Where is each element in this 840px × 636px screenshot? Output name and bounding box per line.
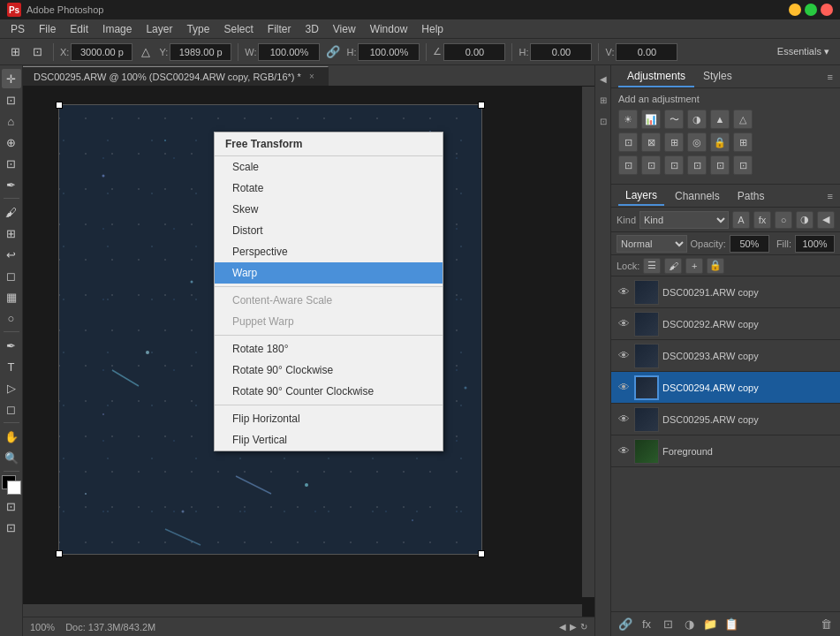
adj-channelmixer-button[interactable]: ◎ <box>687 132 707 152</box>
clone-stamp-tool[interactable]: ⊞ <box>2 223 21 243</box>
context-menu-scale[interactable]: Scale <box>215 156 443 178</box>
dodge-tool[interactable]: ○ <box>2 308 21 328</box>
brush-tool[interactable]: 🖌 <box>2 202 21 222</box>
context-menu-warp[interactable]: Warp <box>215 262 443 284</box>
context-menu-rotate-90-cw[interactable]: Rotate 90° Clockwise <box>215 360 443 381</box>
zoom-tool[interactable]: 🔍 <box>2 448 21 467</box>
nav-prev-button[interactable]: ◀ <box>559 622 566 632</box>
context-menu-flip-vertical[interactable]: Flip Vertical <box>215 429 443 450</box>
context-menu-distort[interactable]: Distort <box>215 220 443 241</box>
layer-item-4[interactable]: 👁 DSC00295.ARW copy <box>611 404 840 435</box>
quick-select-tool[interactable]: ⊕ <box>2 132 21 152</box>
tab-close-button[interactable]: × <box>306 72 317 82</box>
maximize-button[interactable] <box>805 4 817 16</box>
lock-position-button[interactable]: + <box>685 258 703 274</box>
kind-select[interactable]: Kind <box>639 211 729 229</box>
menu-image[interactable]: Image <box>95 21 139 37</box>
nav-next-button[interactable]: ▶ <box>570 622 577 632</box>
selection-tool[interactable]: ⊡ <box>2 90 21 110</box>
adj-selective-color-button[interactable]: ⊡ <box>687 155 707 175</box>
context-menu-rotate-90-ccw[interactable]: Rotate 90° Counter Clockwise <box>215 381 443 402</box>
screen-mode-button[interactable]: ⊡ <box>2 518 21 537</box>
filter-name-button[interactable]: A <box>732 211 750 229</box>
panel-toggle-3[interactable]: ⊡ <box>596 111 610 131</box>
tab-adjustments[interactable]: Adjustments <box>618 66 694 87</box>
layer-item-2[interactable]: 👁 DSC00293.ARW copy <box>611 340 840 372</box>
tab-styles[interactable]: Styles <box>694 66 741 87</box>
menu-3d[interactable]: 3D <box>298 21 325 37</box>
context-menu-rotate-180[interactable]: Rotate 180° <box>215 338 443 360</box>
adj-brightness-button[interactable]: ☀ <box>618 110 638 129</box>
gradient-tool[interactable]: ▦ <box>2 287 21 307</box>
v-input[interactable] <box>616 43 677 61</box>
adj-colorlookup-button[interactable]: 🔒 <box>710 132 730 152</box>
menu-ps[interactable]: PS <box>4 21 32 37</box>
filter-mode-button[interactable]: ○ <box>775 211 792 229</box>
layer-item-3[interactable]: 👁 DSC00294.ARW copy <box>611 372 840 404</box>
hand-tool[interactable]: ✋ <box>2 427 21 446</box>
adj-vibrance-button[interactable]: ▲ <box>710 110 730 129</box>
history-brush-tool[interactable]: ↩ <box>2 245 21 264</box>
opacity-input[interactable] <box>730 235 769 253</box>
menu-select[interactable]: Select <box>216 21 260 37</box>
adj-extra2-button[interactable]: ⊡ <box>733 155 753 175</box>
menu-help[interactable]: Help <box>414 21 450 37</box>
canvas-scrollbar-vertical[interactable] <box>582 87 594 597</box>
context-menu-skew[interactable]: Skew <box>215 199 443 220</box>
layer-visibility-3[interactable]: 👁 <box>617 381 631 395</box>
eyedropper-tool[interactable]: ✒ <box>2 175 21 194</box>
adj-exposure-button[interactable]: ◑ <box>687 110 707 129</box>
panel-menu-button[interactable]: ≡ <box>828 72 833 82</box>
minimize-button[interactable] <box>789 4 801 16</box>
menu-window[interactable]: Window <box>363 21 415 37</box>
y-input[interactable] <box>170 43 231 61</box>
layer-visibility-0[interactable]: 👁 <box>617 285 631 299</box>
tab-paths[interactable]: Paths <box>730 187 772 205</box>
h-input[interactable] <box>358 43 420 61</box>
adj-hsl-button[interactable]: △ <box>733 110 753 129</box>
close-button[interactable] <box>821 4 833 16</box>
layer-new-button[interactable]: 📋 <box>723 616 740 633</box>
panel-toggle-2[interactable]: ⊞ <box>596 90 610 110</box>
lock-image-button[interactable]: 🖌 <box>664 258 682 274</box>
shape-tool[interactable]: ◻ <box>2 399 21 419</box>
nav-rotate-button[interactable]: ↻ <box>580 622 587 632</box>
background-color[interactable] <box>7 481 21 495</box>
selection-handle-br[interactable] <box>478 550 485 557</box>
canvas-tab[interactable]: DSC00295.ARW @ 100% (DSC00294.ARW copy, … <box>23 66 329 86</box>
menu-view[interactable]: View <box>326 21 363 37</box>
transform-icon-button[interactable]: ⊞ <box>5 42 25 62</box>
menu-filter[interactable]: Filter <box>261 21 299 37</box>
adj-curves-button[interactable]: 〜 <box>664 110 684 129</box>
filter-effect-button[interactable]: fx <box>753 211 771 229</box>
layer-visibility-2[interactable]: 👁 <box>617 349 631 363</box>
menu-edit[interactable]: Edit <box>63 21 95 37</box>
layer-visibility-5[interactable]: 👁 <box>617 444 631 458</box>
context-menu-flip-horizontal[interactable]: Flip Horizontal <box>215 408 443 429</box>
adj-photofilter-button[interactable]: ⊞ <box>664 132 684 152</box>
selection-icon-button[interactable]: ⊡ <box>27 42 47 62</box>
adj-extra1-button[interactable]: ⊡ <box>710 155 730 175</box>
pen-tool[interactable]: ✒ <box>2 336 21 355</box>
selection-handle-tr[interactable] <box>478 102 485 109</box>
layers-menu-button[interactable]: ≡ <box>828 191 833 201</box>
move-tool[interactable]: ✛ <box>2 69 21 88</box>
type-tool[interactable]: T <box>2 357 21 376</box>
tab-channels[interactable]: Channels <box>668 187 727 205</box>
filter-toggle-button[interactable]: ◀ <box>817 211 835 229</box>
essentials-dropdown[interactable]: Essentials ▾ <box>772 42 835 62</box>
layer-fx-button[interactable]: fx <box>638 616 655 633</box>
menu-layer[interactable]: Layer <box>139 21 179 37</box>
selection-handle-bl[interactable] <box>56 550 63 557</box>
menu-type[interactable]: Type <box>179 21 216 37</box>
adj-invert-button[interactable]: ⊞ <box>733 132 753 152</box>
h2-input[interactable] <box>530 43 592 61</box>
layer-link-button[interactable]: 🔗 <box>617 616 634 633</box>
lasso-tool[interactable]: ⌂ <box>2 111 21 131</box>
layer-adjustment-button[interactable]: ◑ <box>680 616 698 633</box>
panel-toggle-1[interactable]: ◀ <box>596 69 610 88</box>
color-swatch[interactable] <box>2 475 21 495</box>
layer-mask-button[interactable]: ⊡ <box>659 616 677 633</box>
adj-gradient-map-button[interactable]: ⊡ <box>664 155 684 175</box>
eraser-tool[interactable]: ◻ <box>2 266 21 285</box>
